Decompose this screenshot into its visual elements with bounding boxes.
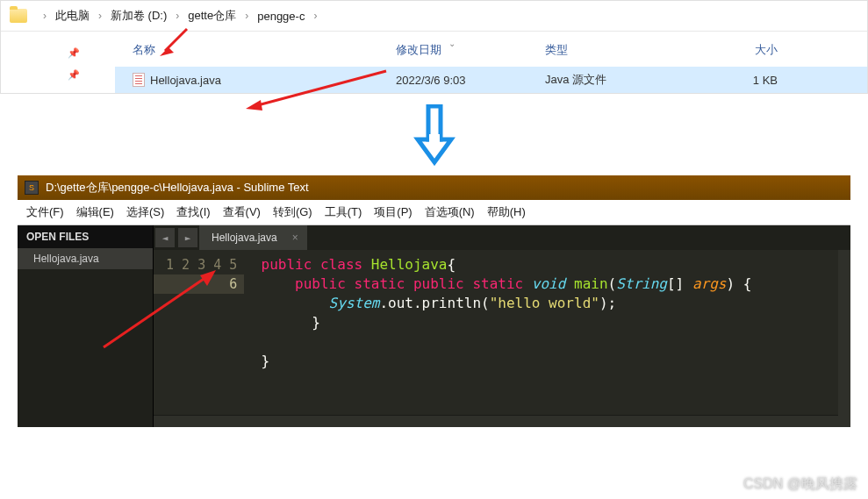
svg-marker-8 (200, 270, 216, 286)
tab-prev-button[interactable]: ◄ (155, 228, 175, 247)
svg-marker-3 (246, 100, 262, 110)
red-arrow-annotation (241, 67, 391, 119)
sublime-app-icon: S (25, 181, 39, 195)
tab-close-icon[interactable]: × (292, 232, 298, 244)
column-headers[interactable]: 名称 ⌄ 修改日期 类型 大小 (115, 32, 867, 67)
sublime-menubar[interactable]: 文件(F) 编辑(E) 选择(S) 查找(I) 查看(V) 转到(G) 工具(T… (18, 200, 850, 225)
breadcrumb-item[interactable]: pengge-c (257, 10, 305, 23)
red-arrow-annotation (95, 268, 226, 356)
sublime-title-text: D:\gette仓库\pengge-c\Hellojava.java - Sub… (46, 180, 309, 196)
menu-select[interactable]: 选择(S) (126, 204, 164, 220)
menu-view[interactable]: 查看(V) (223, 204, 261, 220)
sublime-titlebar[interactable]: S D:\gette仓库\pengge-c\Hellojava.java - S… (18, 175, 850, 200)
breadcrumb-item[interactable]: 此电脑 (55, 8, 90, 24)
scrollbar-horizontal[interactable] (154, 415, 838, 427)
col-size[interactable]: 大小 (699, 42, 778, 58)
pin-icon[interactable]: 📌 (1, 47, 115, 69)
tab-bar: ◄ ► Hellojava.java × (154, 225, 850, 250)
chevron-right-icon: › (176, 10, 179, 22)
menu-help[interactable]: 帮助(H) (487, 204, 526, 220)
menu-tools[interactable]: 工具(T) (325, 204, 362, 220)
menu-find[interactable]: 查找(I) (176, 204, 210, 220)
explorer-window: › 此电脑 › 新加卷 (D:) › gette仓库 › pengge-c › … (0, 0, 868, 94)
red-arrow-annotation (156, 25, 191, 60)
breadcrumb-item[interactable]: gette仓库 (188, 8, 236, 24)
menu-edit[interactable]: 编辑(E) (76, 204, 114, 220)
java-file-icon (133, 73, 145, 87)
editor-tab[interactable]: Hellojava.java × (199, 225, 307, 250)
chevron-right-icon: › (98, 10, 102, 22)
svg-line-7 (104, 275, 209, 347)
pin-icon[interactable]: 📌 (1, 69, 115, 91)
tab-next-button[interactable]: ► (178, 228, 197, 247)
chevron-right-icon: › (245, 10, 248, 22)
menu-file[interactable]: 文件(F) (26, 204, 64, 220)
file-size: 1 KB (699, 74, 778, 87)
svg-line-2 (255, 71, 386, 106)
col-type[interactable]: 类型 (545, 42, 699, 58)
scrollbar-vertical[interactable] (838, 250, 850, 427)
sidebar-file-item[interactable]: Hellojava.java (18, 248, 153, 269)
file-date: 2022/3/6 9:03 (396, 74, 545, 87)
code-area[interactable]: public class Hellojava{ public static pu… (244, 250, 751, 376)
menu-preferences[interactable]: 首选项(N) (425, 204, 475, 220)
chevron-right-icon: › (313, 10, 317, 22)
file-name: Hellojava.java (150, 74, 221, 87)
menu-goto[interactable]: 转到(G) (273, 204, 312, 220)
breadcrumb[interactable]: › 此电脑 › 新加卷 (D:) › gette仓库 › pengge-c › (1, 1, 867, 32)
sort-chevron-icon: ⌄ (448, 39, 456, 48)
file-row[interactable]: Hellojava.java 2022/3/6 9:03 Java 源文件 1 … (115, 67, 867, 93)
watermark: CSDN @晚风携露 (743, 475, 857, 494)
breadcrumb-item[interactable]: 新加卷 (D:) (111, 8, 167, 24)
open-files-header: OPEN FILES (18, 225, 153, 248)
chevron-right-icon: › (43, 10, 47, 22)
tab-label: Hellojava.java (212, 232, 277, 244)
file-type: Java 源文件 (545, 72, 699, 88)
menu-project[interactable]: 项目(P) (374, 204, 412, 220)
col-date[interactable]: ⌄ 修改日期 (396, 42, 545, 58)
svg-rect-6 (429, 134, 440, 143)
blue-down-arrow-annotation (0, 94, 868, 175)
folder-icon (10, 9, 27, 23)
quick-access-pins: 📌 📌 (1, 32, 115, 91)
